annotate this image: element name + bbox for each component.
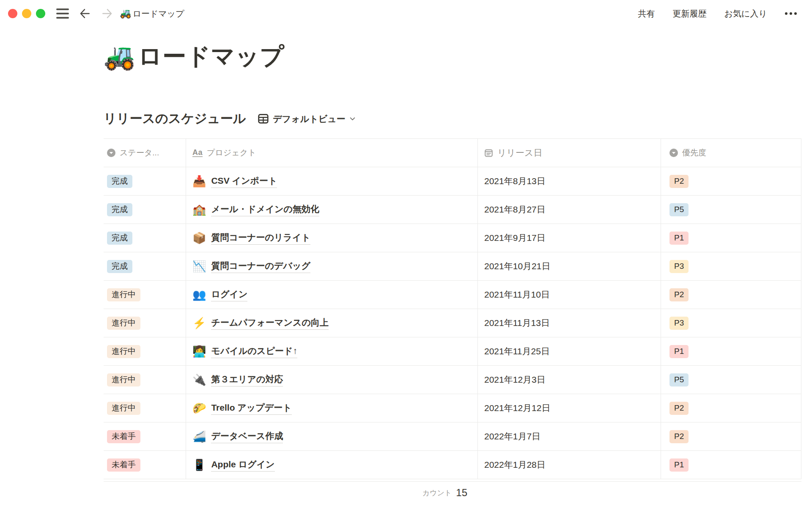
database-title[interactable]: リリースのスケジュール [104, 110, 246, 127]
priority-tag[interactable]: P2 [669, 430, 689, 443]
breadcrumb[interactable]: 🚜 ロードマップ [120, 8, 184, 19]
project-cell[interactable]: 🌮Trello アップデート [186, 394, 478, 422]
project-link[interactable]: データベース作成 [211, 430, 283, 443]
release-date-cell[interactable]: 2021年12月12日 [478, 394, 661, 422]
priority-tag[interactable]: P1 [669, 232, 689, 245]
column-header-release-date[interactable]: リリース日 [478, 139, 661, 167]
project-cell[interactable]: 📉質問コーナーのデバッグ [186, 252, 478, 280]
project-link[interactable]: Apple ログイン [211, 458, 274, 472]
sidebar-menu-icon[interactable] [56, 8, 69, 19]
priority-cell[interactable]: P2 [661, 281, 801, 309]
priority-tag[interactable]: P5 [669, 203, 689, 216]
back-arrow-icon[interactable] [77, 6, 92, 21]
release-date: 2021年11月25日 [484, 345, 550, 357]
project-cell[interactable]: 🚄データベース作成 [186, 422, 478, 450]
status-cell[interactable]: 進行中 [104, 394, 186, 422]
status-tag[interactable]: 完成 [107, 232, 132, 245]
project-cell[interactable]: 👩‍💻モバイルのスピード↑ [186, 337, 478, 365]
priority-cell[interactable]: P3 [661, 309, 801, 337]
project-link[interactable]: Trello アップデート [211, 402, 291, 415]
column-header-priority[interactable]: 優先度 [661, 139, 801, 167]
status-tag[interactable]: 進行中 [107, 317, 140, 330]
priority-cell[interactable]: P2 [661, 422, 801, 450]
priority-tag[interactable]: P3 [669, 317, 689, 330]
priority-tag[interactable]: P3 [669, 260, 689, 273]
release-date-cell[interactable]: 2021年12月3日 [478, 366, 661, 394]
zoom-window-button[interactable] [36, 9, 45, 18]
status-cell[interactable]: 完成 [104, 224, 186, 252]
project-link[interactable]: ログイン [211, 288, 247, 301]
release-date-cell[interactable]: 2021年8月13日 [478, 167, 661, 195]
status-cell[interactable]: 未着手 [104, 422, 186, 450]
status-cell[interactable]: 進行中 [104, 337, 186, 365]
release-date-cell[interactable]: 2021年11月25日 [478, 337, 661, 365]
project-cell[interactable]: 📱Apple ログイン [186, 451, 478, 479]
view-switcher[interactable]: デフォルトビュー [258, 113, 356, 125]
column-header-status[interactable]: ステータ... [104, 139, 186, 167]
priority-cell[interactable]: P5 [661, 366, 801, 394]
release-date-cell[interactable]: 2021年10月21日 [478, 252, 661, 280]
project-cell[interactable]: 🏫メール・ドメインの無効化 [186, 196, 478, 224]
page-title-text[interactable]: ロードマップ [138, 41, 284, 73]
priority-cell[interactable]: P1 [661, 337, 801, 365]
priority-tag[interactable]: P2 [669, 402, 689, 415]
close-window-button[interactable] [8, 9, 17, 18]
status-tag[interactable]: 進行中 [107, 345, 140, 358]
project-cell[interactable]: 📦質問コーナーのリライト [186, 224, 478, 252]
status-cell[interactable]: 進行中 [104, 366, 186, 394]
project-link[interactable]: 質問コーナーのリライト [211, 232, 310, 245]
priority-cell[interactable]: P1 [661, 224, 801, 252]
status-cell[interactable]: 完成 [104, 252, 186, 280]
priority-tag[interactable]: P1 [669, 458, 689, 472]
project-emoji-icon: 📉 [192, 261, 206, 272]
release-date-cell[interactable]: 2021年11月13日 [478, 309, 661, 337]
status-tag[interactable]: 完成 [107, 260, 132, 273]
share-button[interactable]: 共有 [638, 8, 655, 19]
updates-button[interactable]: 更新履歴 [673, 8, 707, 19]
project-cell[interactable]: 👥ログイン [186, 281, 478, 309]
priority-cell[interactable]: P1 [661, 451, 801, 479]
project-link[interactable]: メール・ドメインの無効化 [211, 203, 319, 216]
status-cell[interactable]: 進行中 [104, 309, 186, 337]
project-link[interactable]: モバイルのスピード↑ [211, 345, 297, 358]
project-link[interactable]: チームパフォーマンスの向上 [211, 317, 328, 330]
status-tag[interactable]: 進行中 [107, 402, 140, 415]
status-cell[interactable]: 進行中 [104, 281, 186, 309]
project-link[interactable]: 質問コーナーのデバッグ [211, 260, 310, 273]
status-tag[interactable]: 進行中 [107, 288, 140, 301]
status-cell[interactable]: 完成 [104, 196, 186, 224]
release-date-cell[interactable]: 2022年1月28日 [478, 451, 661, 479]
release-date-cell[interactable]: 2021年11月10日 [478, 281, 661, 309]
release-date-cell[interactable]: 2022年1月7日 [478, 422, 661, 450]
release-date-cell[interactable]: 2021年8月27日 [478, 196, 661, 224]
status-tag[interactable]: 完成 [107, 203, 132, 216]
priority-cell[interactable]: P2 [661, 167, 801, 195]
project-cell[interactable]: 📥CSV インポート [186, 167, 478, 195]
status-tag[interactable]: 完成 [107, 175, 132, 188]
status-cell[interactable]: 未着手 [104, 451, 186, 479]
status-tag[interactable]: 未着手 [107, 430, 140, 443]
status-cell[interactable]: 完成 [104, 167, 186, 195]
release-date-cell[interactable]: 2021年9月17日 [478, 224, 661, 252]
minimize-window-button[interactable] [22, 9, 31, 18]
priority-cell[interactable]: P2 [661, 394, 801, 422]
more-options-icon[interactable] [785, 12, 797, 15]
table-row: 進行中🔌第３エリアの対応2021年12月3日P5 [104, 366, 801, 394]
page-emoji-icon[interactable]: 🚜 [104, 44, 135, 69]
project-cell[interactable]: 🔌第３エリアの対応 [186, 366, 478, 394]
priority-tag[interactable]: P2 [669, 175, 689, 188]
priority-cell[interactable]: P3 [661, 252, 801, 280]
count-calculation[interactable]: カウント 15 [186, 482, 478, 504]
favorite-button[interactable]: お気に入り [724, 8, 767, 19]
project-link[interactable]: 第３エリアの対応 [211, 373, 283, 387]
forward-arrow-icon[interactable] [100, 6, 115, 21]
status-tag[interactable]: 進行中 [107, 373, 140, 387]
priority-tag[interactable]: P5 [669, 373, 689, 387]
project-cell[interactable]: ⚡チームパフォーマンスの向上 [186, 309, 478, 337]
priority-tag[interactable]: P2 [669, 288, 689, 301]
status-tag[interactable]: 未着手 [107, 458, 140, 472]
priority-cell[interactable]: P5 [661, 196, 801, 224]
priority-tag[interactable]: P1 [669, 345, 689, 358]
column-header-project[interactable]: Aa プロジェクト [186, 139, 478, 167]
project-link[interactable]: CSV インポート [211, 175, 277, 188]
